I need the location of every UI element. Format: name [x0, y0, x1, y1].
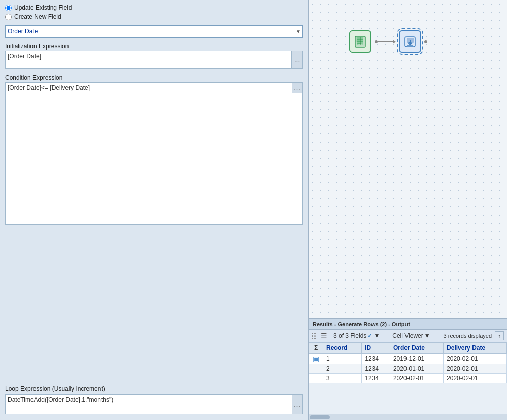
scrollbar-thumb[interactable]: [310, 415, 330, 419]
cell-viewer-label: Cell Viewer: [392, 332, 423, 339]
results-header: Results - Generate Rows (2) - Output: [309, 319, 507, 330]
col-record-label: Record: [326, 344, 347, 352]
row-icon-cell: [309, 364, 323, 374]
row-expand-icon[interactable]: ▣: [313, 355, 319, 363]
results-table-wrapper[interactable]: Σ Record ID Order Date Delivery Date: [309, 342, 507, 414]
radio-update-input[interactable]: [5, 5, 12, 11]
cell-record: 2: [323, 364, 362, 374]
table-row: 312342020-02-012020-02-01: [309, 374, 507, 383]
table-row: 212342020-01-012020-02-01: [309, 364, 507, 374]
row-icon-cell: [309, 374, 323, 383]
col-delivery-date-label: Delivery Date: [447, 344, 485, 352]
loop-expression-input[interactable]: DateTimeAdd([Order Date],1,"months"): [5, 394, 303, 414]
connector-line-mid: [378, 41, 393, 42]
cell-id: 1234: [362, 354, 390, 364]
check-icon: ✓: [367, 332, 373, 339]
cell-record: 1: [323, 354, 362, 364]
columns-icon: ☰: [321, 332, 327, 340]
grip-dot-5: [312, 338, 313, 339]
results-panel: Results - Generate Rows (2) - Output ☰: [309, 319, 507, 420]
horizontal-scrollbar[interactable]: [309, 414, 507, 420]
node-generate[interactable]: [399, 30, 421, 53]
grip-dot-1: [312, 333, 313, 334]
grip-row-3: [312, 338, 316, 339]
condition-section: Condition Expression [Order Date]<= [Del…: [5, 72, 303, 225]
init-expression-btn[interactable]: ...: [292, 51, 303, 69]
connector-dot-right: [424, 40, 427, 43]
loop-label: Loop Expression (Usually Increment): [5, 385, 303, 392]
read-node-icon: [353, 34, 367, 49]
radio-update[interactable]: Update Existing Field: [5, 4, 303, 11]
spacer: [5, 228, 303, 380]
loop-section: Loop Expression (Usually Increment) Date…: [5, 383, 303, 416]
records-count: 3 records displayed: [444, 333, 492, 339]
th-order-date[interactable]: Order Date: [390, 343, 443, 354]
generate-node-icon: [403, 34, 417, 49]
cell-id: 1234: [362, 374, 390, 383]
init-expression-section: Initialization Expression [Order Date] .…: [5, 41, 303, 69]
toolbar-separator-1: [386, 332, 386, 340]
cell-delivery-date: 2020-02-01: [444, 354, 507, 364]
grip-dot-4: [314, 335, 316, 337]
node-read[interactable]: [349, 30, 371, 53]
cell-order-date: 2020-02-01: [390, 374, 443, 383]
col-order-date-label: Order Date: [393, 344, 425, 352]
row-icon-cell: ▣: [309, 354, 323, 364]
connector-arrow: [393, 40, 396, 44]
results-toolbar: ☰ 3 of 3 Fields ✓ ▼ Cell Viewer ▼ 3 reco…: [309, 330, 507, 342]
radio-update-label: Update Existing Field: [14, 4, 72, 11]
radio-create[interactable]: Create New Field: [5, 13, 303, 20]
condition-expression-input[interactable]: [Order Date]<= [Delivery Date]: [5, 82, 303, 225]
th-record[interactable]: Record: [323, 343, 362, 354]
field-dropdown-row: Order Date Delivery Date ID ▼: [5, 25, 303, 38]
cell-delivery-date: 2020-02-01: [444, 364, 507, 374]
cell-delivery-date: 2020-02-01: [444, 374, 507, 383]
condition-label: Condition Expression: [5, 74, 303, 81]
dropdown-wrapper: Order Date Delivery Date ID ▼: [5, 25, 303, 38]
condition-expression-btn[interactable]: …: [292, 82, 303, 93]
cell-viewer-btn[interactable]: Cell Viewer ▼: [390, 331, 432, 340]
loop-expression-btn[interactable]: …: [292, 394, 303, 414]
toolbar-grip: [312, 333, 316, 339]
grip-dot-6: [314, 338, 316, 339]
cell-order-date: 2019-12-01: [390, 354, 443, 364]
loop-box-wrapper: DateTimeAdd([Order Date],1,"months") …: [5, 394, 303, 416]
fields-selector-btn[interactable]: 3 of 3 Fields ✓ ▼: [331, 331, 382, 340]
th-delivery-date[interactable]: Delivery Date: [444, 343, 507, 354]
table-header-row: Σ Record ID Order Date Delivery Date: [309, 343, 507, 354]
init-expression-input[interactable]: [Order Date]: [5, 51, 292, 69]
sigma-icon: Σ: [314, 344, 318, 352]
table-row: ▣112342019-12-012020-02-01: [309, 354, 507, 364]
condition-box-wrapper: [Order Date]<= [Delivery Date] …: [5, 82, 303, 225]
grip-dot-3: [312, 335, 313, 337]
grip-dot-2: [314, 333, 316, 334]
scroll-up-btn[interactable]: ↑: [495, 331, 504, 340]
results-table: Σ Record ID Order Date Delivery Date: [309, 342, 507, 383]
cell-viewer-arrow: ▼: [424, 332, 430, 339]
cell-id: 1234: [362, 364, 390, 374]
cell-record: 3: [323, 374, 362, 383]
radio-group: Update Existing Field Create New Field: [5, 4, 303, 20]
workflow-nodes: [349, 30, 427, 53]
cell-order-date: 2020-01-01: [390, 364, 443, 374]
th-sigma: Σ: [309, 343, 323, 354]
fields-dropdown-arrow: ▼: [374, 332, 380, 339]
right-panel: Results - Generate Rows (2) - Output ☰: [309, 0, 507, 420]
radio-create-label: Create New Field: [14, 13, 61, 20]
radio-create-input[interactable]: [5, 14, 12, 20]
left-panel: Update Existing Field Create New Field O…: [0, 0, 309, 420]
col-id-label: ID: [365, 344, 371, 352]
grip-row-1: [312, 333, 316, 334]
fields-count-label: 3 of 3 Fields: [333, 332, 366, 339]
connector-read-to-generate: [375, 40, 396, 44]
grip-row-2: [312, 335, 316, 337]
field-select[interactable]: Order Date Delivery Date ID: [5, 25, 303, 38]
canvas-area: [309, 0, 507, 319]
init-expression-label: Initialization Expression: [5, 43, 303, 50]
th-id[interactable]: ID: [362, 343, 390, 354]
